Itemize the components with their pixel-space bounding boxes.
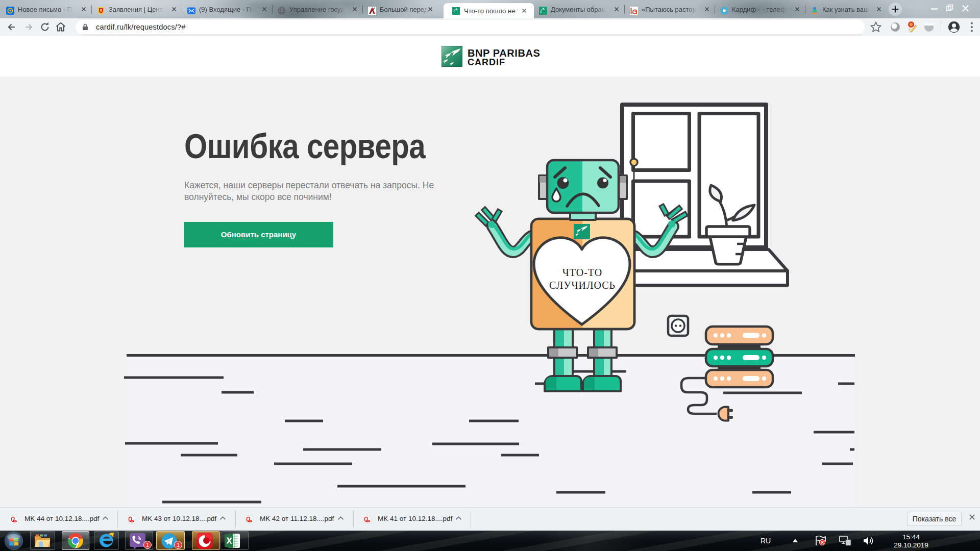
svg-text:ЧТО-ТО: ЧТО-ТО: [562, 267, 602, 278]
svg-text:СЛУЧИЛОСЬ: СЛУЧИЛОСЬ: [549, 280, 616, 291]
